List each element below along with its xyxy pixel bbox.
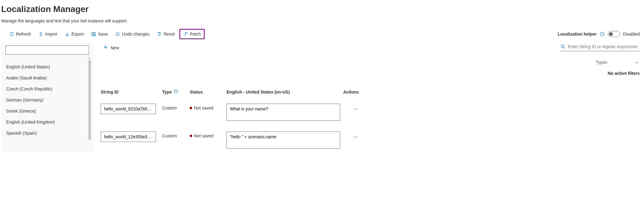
save-label: Save: [98, 32, 108, 36]
new-label: New: [111, 45, 119, 50]
list-item[interactable]: Arabic (Saudi Arabia): [6, 72, 89, 83]
english-input[interactable]: [227, 104, 340, 121]
command-bar: Refresh Import Export Save: [1, 29, 643, 41]
col-type: Type: [162, 90, 172, 94]
list-item[interactable]: Greek (Greece): [6, 106, 89, 117]
undo-label: Undo changes: [122, 32, 149, 36]
more-horizontal-icon: [353, 136, 358, 140]
language-sidebar: English (United States) Arabic (Saudi Ar…: [1, 42, 93, 153]
language-search-input[interactable]: [6, 45, 89, 55]
export-icon: [65, 32, 70, 36]
svg-point-7: [354, 109, 354, 109]
export-button[interactable]: Export: [62, 30, 87, 38]
string-id-input[interactable]: [101, 132, 156, 142]
toggle-state-label: Disabled: [623, 32, 640, 36]
row-more-button[interactable]: [352, 133, 359, 142]
svg-rect-0: [92, 33, 95, 36]
no-active-filters: No active filters: [99, 71, 640, 76]
page-title: Localization Manager: [1, 4, 643, 14]
import-label: Import: [45, 32, 57, 36]
svg-point-3: [602, 33, 602, 33]
table-header: String ID Type Status English - United S…: [99, 89, 640, 99]
table-row: Custom Not saved: [99, 99, 640, 127]
localization-helper-toggle[interactable]: [608, 31, 620, 37]
delete-icon: [157, 32, 162, 36]
reset-button[interactable]: Reset: [154, 30, 178, 38]
toggle-knob: [609, 32, 613, 36]
localization-helper-label: Localization helper: [558, 32, 597, 36]
refresh-icon: [9, 32, 14, 36]
list-item[interactable]: English (United Kingdom): [6, 117, 89, 128]
info-icon[interactable]: [600, 32, 605, 36]
svg-point-12: [357, 137, 357, 137]
string-id-input[interactable]: [101, 104, 156, 114]
export-label: Export: [72, 32, 84, 36]
new-button[interactable]: New: [99, 42, 123, 53]
page-subtitle: Manage the languages and text that your …: [1, 18, 643, 23]
types-label: Types: [596, 60, 607, 65]
fetch-label: Fetch: [190, 32, 201, 36]
svg-point-9: [357, 109, 357, 109]
plus-icon: [103, 45, 108, 51]
list-item[interactable]: English (United States): [6, 61, 89, 72]
undo-button[interactable]: Undo changes: [112, 30, 153, 38]
svg-point-4: [561, 45, 564, 48]
col-english: English - United States (en-US): [227, 90, 343, 94]
language-list: English (United States) Arabic (Saudi Ar…: [6, 61, 89, 139]
wand-icon: [183, 32, 188, 36]
save-icon: [91, 32, 96, 36]
refresh-label: Refresh: [16, 32, 31, 36]
list-item[interactable]: Czech (Czech Republic): [6, 83, 89, 94]
type-cell: Custom: [162, 132, 190, 138]
type-cell: Custom: [162, 104, 190, 110]
col-string-id: String ID: [101, 90, 162, 94]
more-horizontal-icon: [353, 108, 358, 113]
info-icon[interactable]: [174, 89, 178, 94]
reset-label: Reset: [164, 32, 175, 36]
import-button[interactable]: Import: [35, 30, 60, 38]
scroll-arrow-up: [87, 57, 91, 59]
scrollbar[interactable]: [88, 60, 91, 140]
import-icon: [38, 32, 43, 36]
svg-point-10: [354, 137, 354, 137]
strings-table: String ID Type Status English - United S…: [99, 89, 640, 155]
types-dropdown[interactable]: Types: [595, 58, 640, 67]
row-more-button[interactable]: [352, 106, 359, 114]
col-actions: Actions: [343, 90, 380, 94]
status-text: Not saved: [194, 133, 213, 138]
col-status: Status: [190, 90, 227, 94]
save-button[interactable]: Save: [88, 30, 111, 38]
english-input[interactable]: [227, 132, 340, 149]
status-dot-icon: [190, 135, 192, 137]
main-content: New Types No active filters: [93, 41, 643, 155]
string-search-input[interactable]: [560, 42, 640, 51]
svg-point-6: [176, 90, 176, 91]
undo-icon: [115, 32, 120, 36]
status-dot-icon: [190, 107, 192, 109]
fetch-button[interactable]: Fetch: [179, 29, 205, 39]
refresh-button[interactable]: Refresh: [6, 30, 34, 38]
svg-point-8: [355, 109, 356, 109]
search-icon: [561, 44, 565, 50]
chevron-down-icon: [635, 60, 638, 64]
list-item[interactable]: German (Germany): [6, 94, 89, 106]
svg-point-11: [355, 137, 356, 137]
list-item[interactable]: Spanish (Spain): [6, 128, 89, 139]
status-text: Not saved: [194, 106, 213, 110]
table-row: Custom Not saved: [99, 127, 640, 155]
svg-rect-1: [93, 34, 95, 36]
